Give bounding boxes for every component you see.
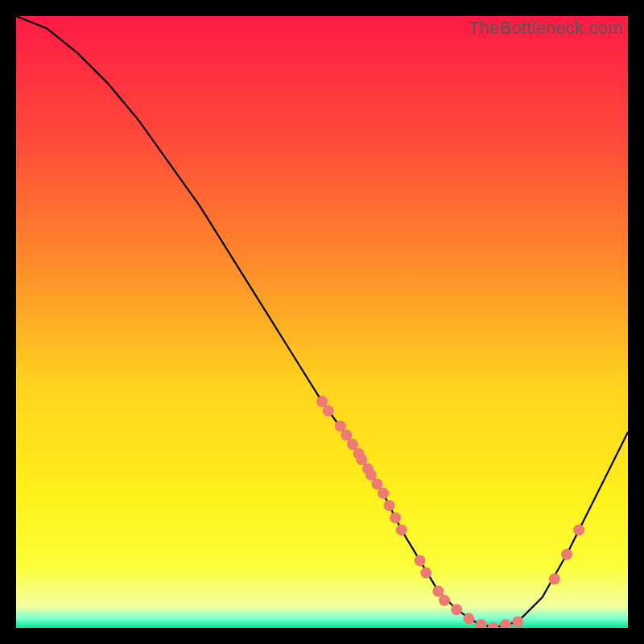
- data-point: [512, 616, 523, 627]
- data-point: [371, 478, 382, 489]
- data-point: [384, 500, 395, 511]
- data-point: [432, 585, 444, 597]
- chart-svg: [16, 16, 628, 628]
- data-point: [390, 512, 401, 523]
- data-point: [356, 454, 367, 465]
- data-point: [347, 439, 358, 450]
- data-point: [439, 595, 450, 606]
- data-point: [323, 405, 334, 416]
- data-point: [573, 524, 584, 535]
- data-point: [316, 396, 328, 407]
- data-point: [341, 430, 352, 441]
- data-point: [451, 604, 462, 615]
- data-point: [561, 549, 572, 560]
- watermark-label: TheBottleneck.com: [469, 18, 623, 39]
- data-point: [365, 469, 377, 481]
- data-point: [420, 568, 431, 579]
- data-point: [415, 555, 426, 566]
- data-point: [463, 613, 474, 625]
- data-point: [396, 524, 407, 535]
- data-point: [335, 420, 346, 431]
- gradient-background: [16, 16, 628, 628]
- data-point: [549, 573, 560, 584]
- chart-frame: TheBottleneck.com: [16, 16, 628, 628]
- data-point: [378, 488, 389, 499]
